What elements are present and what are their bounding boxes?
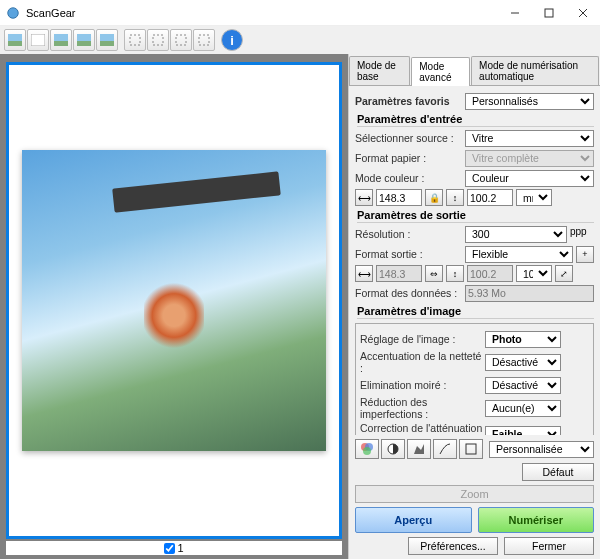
svg-rect-14 xyxy=(130,35,140,45)
output-height xyxy=(467,265,513,282)
output-section: Paramètres de sortie xyxy=(357,209,594,223)
crop-button-2[interactable] xyxy=(147,29,169,51)
sharp-select[interactable]: Désactivé xyxy=(485,354,561,371)
color-balance-button[interactable] xyxy=(355,439,379,459)
page-checkbox[interactable] xyxy=(164,543,175,554)
scale-button[interactable]: ⤢ xyxy=(555,265,573,282)
paper-select: Vitre complète xyxy=(465,150,594,167)
svg-rect-13 xyxy=(100,41,114,46)
histogram-button[interactable] xyxy=(407,439,431,459)
svg-rect-16 xyxy=(176,35,186,45)
brightness-button[interactable] xyxy=(381,439,405,459)
adjust-label: Réglage de l'image : xyxy=(360,333,485,345)
datasize-value xyxy=(465,285,594,302)
tab-basic[interactable]: Mode de base xyxy=(349,56,410,85)
moire-label: Elimination moiré : xyxy=(360,379,485,391)
svg-point-0 xyxy=(8,7,19,18)
favorites-select[interactable]: Personnalisés xyxy=(465,93,594,110)
zoom-button: Zoom xyxy=(355,485,594,503)
dust-label: Réduction des imperfections : xyxy=(360,396,485,420)
image-section: Paramètres d'image xyxy=(357,305,594,319)
default-button[interactable]: Défaut xyxy=(522,463,594,481)
link-icon: ⇔ xyxy=(425,265,443,282)
thumb-button-5[interactable] xyxy=(96,29,118,51)
outfmt-select[interactable]: Flexible xyxy=(465,246,573,263)
page-number: 1 xyxy=(177,542,183,554)
colormode-select[interactable]: Couleur xyxy=(465,170,594,187)
info-button[interactable]: i xyxy=(221,29,243,51)
preferences-button[interactable]: Préférences... xyxy=(408,537,498,555)
height-icon: ↕ xyxy=(446,189,464,206)
input-width[interactable] xyxy=(376,189,422,206)
svg-rect-17 xyxy=(199,35,209,45)
tab-advanced[interactable]: Mode avancé xyxy=(411,57,470,86)
scan-button[interactable]: Numériser xyxy=(478,507,595,533)
page-count: 1 xyxy=(6,541,342,555)
preview-button[interactable]: Aperçu xyxy=(355,507,472,533)
lock-aspect-button[interactable]: 🔒 xyxy=(425,189,443,206)
input-height[interactable] xyxy=(467,189,513,206)
input-section: Paramètres d'entrée xyxy=(357,113,594,127)
crop-button-4[interactable] xyxy=(193,29,215,51)
oheight-icon: ↕ xyxy=(446,265,464,282)
titlebar: ScanGear xyxy=(0,0,600,26)
crop-button-1[interactable] xyxy=(124,29,146,51)
svg-rect-6 xyxy=(8,41,22,46)
app-icon xyxy=(6,6,20,20)
resolution-label: Résolution : xyxy=(355,228,465,240)
favorites-label: Paramètres favoris xyxy=(355,95,465,107)
close-panel-button[interactable]: Fermer xyxy=(504,537,594,555)
datasize-label: Format des données : xyxy=(355,287,465,299)
colormode-label: Mode couleur : xyxy=(355,172,465,184)
svg-rect-15 xyxy=(153,35,163,45)
adjust-select[interactable]: Photo xyxy=(485,331,561,348)
resolution-unit: ppp xyxy=(570,226,594,243)
settings-pane: Mode de base Mode avancé Mode de numéris… xyxy=(348,54,600,559)
input-unit[interactable]: mm xyxy=(516,189,552,206)
close-button[interactable] xyxy=(566,0,600,26)
thumb-button-3[interactable] xyxy=(50,29,72,51)
output-pct[interactable]: 100% xyxy=(516,265,552,282)
fade-select[interactable]: Faible xyxy=(485,426,561,436)
svg-rect-9 xyxy=(54,41,68,46)
thumb-button-4[interactable] xyxy=(73,29,95,51)
minimize-button[interactable] xyxy=(498,0,532,26)
output-width xyxy=(376,265,422,282)
fade-label: Correction de l'atténuation : xyxy=(360,422,485,435)
curve-preset-select[interactable]: Personnalisée xyxy=(489,441,594,458)
thumb-button-2[interactable] xyxy=(27,29,49,51)
preview-pane: 1 xyxy=(0,54,348,559)
outfmt-add-button[interactable]: + xyxy=(576,246,594,263)
paper-label: Format papier : xyxy=(355,152,465,164)
maximize-button[interactable] xyxy=(532,0,566,26)
owidth-icon: ⟷ xyxy=(355,265,373,282)
source-select[interactable]: Vitre xyxy=(465,130,594,147)
svg-point-20 xyxy=(363,447,371,455)
width-icon: ⟷ xyxy=(355,189,373,206)
crop-button-3[interactable] xyxy=(170,29,192,51)
resolution-select[interactable]: 300 xyxy=(465,226,567,243)
moire-select[interactable]: Désactivé xyxy=(485,377,561,394)
preview-area[interactable] xyxy=(6,62,342,539)
outfmt-label: Format sortie : xyxy=(355,248,465,260)
sharp-label: Accentuation de la netteté : xyxy=(360,350,485,374)
svg-rect-2 xyxy=(545,9,553,17)
tab-auto[interactable]: Mode de numérisation automatique xyxy=(471,56,599,85)
thumb-button-1[interactable] xyxy=(4,29,26,51)
preview-image xyxy=(22,150,326,451)
curve-button[interactable] xyxy=(433,439,457,459)
mode-tabs: Mode de base Mode avancé Mode de numéris… xyxy=(349,54,600,86)
svg-rect-7 xyxy=(31,34,45,46)
dust-select[interactable]: Aucun(e) xyxy=(485,400,561,417)
svg-rect-11 xyxy=(77,41,91,46)
window-title: ScanGear xyxy=(26,7,498,19)
toolbar: i xyxy=(0,26,600,54)
svg-rect-22 xyxy=(466,444,476,454)
source-label: Sélectionner source : xyxy=(355,132,465,144)
review-button[interactable] xyxy=(459,439,483,459)
